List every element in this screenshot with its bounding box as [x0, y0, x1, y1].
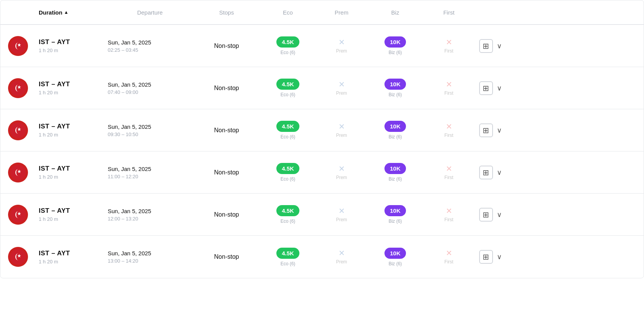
departure-info: Sun, Jan 5, 2025 11:00 – 12:20	[108, 166, 192, 179]
biz-label: Biz (6)	[389, 219, 402, 224]
expand-button[interactable]: ∨	[495, 125, 503, 136]
flight-route: IST – AYT	[39, 81, 108, 88]
prem-label: Prem	[336, 175, 347, 180]
add-button[interactable]: ⊞	[479, 250, 493, 264]
flight-duration: 1 h 20 m	[39, 132, 108, 138]
departure-info: Sun, Jan 5, 2025 07:40 – 09:00	[108, 81, 192, 95]
eco-label: Eco (6)	[281, 176, 296, 182]
add-button[interactable]: ⊞	[479, 166, 493, 179]
first-cell: ✕ First	[422, 81, 476, 96]
biz-badge: 10K	[384, 121, 406, 132]
flight-duration: 1 h 20 m	[39, 174, 108, 180]
add-button[interactable]: ⊞	[479, 123, 493, 137]
biz-cell: 10K Biz (6)	[368, 36, 422, 55]
table-row: IST – AYT 1 h 20 m Sun, Jan 5, 2025 12:0…	[0, 194, 644, 236]
eco-cell: 4.5K Eco (6)	[261, 163, 315, 182]
prem-cell: ✕ Prem	[315, 81, 368, 96]
table-row: IST – AYT 1 h 20 m Sun, Jan 5, 2025 07:4…	[0, 67, 644, 109]
add-button[interactable]: ⊞	[479, 208, 493, 222]
biz-label: Biz (6)	[389, 92, 402, 97]
actions-cell: ⊞ ∨	[476, 39, 506, 53]
first-unavailable-icon: ✕	[446, 81, 452, 88]
biz-label: Biz (6)	[389, 50, 402, 55]
expand-button[interactable]: ∨	[495, 40, 503, 52]
flight-route: IST – AYT	[39, 123, 108, 130]
svg-point-0	[10, 38, 26, 54]
table-row: IST – AYT 1 h 20 m Sun, Jan 5, 2025 13:0…	[0, 236, 644, 278]
flight-info: IST – AYT 1 h 20 m	[39, 38, 108, 53]
eco-cell: 4.5K Eco (6)	[261, 248, 315, 266]
biz-cell: 10K Biz (6)	[368, 79, 422, 97]
biz-badge: 10K	[384, 205, 406, 216]
biz-cell: 10K Biz (6)	[368, 248, 422, 266]
stops-cell: Non-stop	[192, 253, 261, 260]
airline-logo	[8, 36, 28, 56]
airline-logo	[8, 120, 28, 140]
departure-time: 11:00 – 12:20	[108, 174, 192, 179]
svg-point-2	[10, 81, 26, 96]
first-unavailable-icon: ✕	[446, 165, 452, 173]
prem-unavailable-icon: ✕	[338, 249, 345, 257]
flight-route: IST – AYT	[39, 207, 108, 215]
prem-cell: ✕ Prem	[315, 38, 368, 54]
biz-cell: 10K Biz (6)	[368, 121, 422, 140]
stops-cell: Non-stop	[192, 43, 261, 49]
flight-info: IST – AYT 1 h 20 m	[39, 207, 108, 222]
first-unavailable-icon: ✕	[446, 123, 452, 130]
svg-point-6	[10, 165, 26, 180]
biz-label: Biz (6)	[389, 176, 402, 182]
eco-label: Eco (6)	[281, 92, 296, 97]
eco-cell: 4.5K Eco (6)	[261, 121, 315, 140]
eco-cell: 4.5K Eco (6)	[261, 36, 315, 55]
biz-badge: 10K	[384, 79, 406, 90]
prem-cell: ✕ Prem	[315, 165, 368, 180]
flight-info: IST – AYT 1 h 20 m	[39, 81, 108, 95]
prem-cell: ✕ Prem	[315, 249, 368, 265]
airline-logo	[8, 78, 28, 98]
table-row: IST – AYT 1 h 20 m Sun, Jan 5, 2025 11:0…	[0, 151, 644, 194]
first-label: First	[444, 217, 453, 222]
first-unavailable-icon: ✕	[446, 249, 452, 257]
first-label: First	[444, 48, 453, 54]
flight-duration: 1 h 20 m	[39, 216, 108, 222]
departure-date: Sun, Jan 5, 2025	[108, 123, 192, 130]
expand-button[interactable]: ∨	[495, 209, 503, 220]
biz-cell: 10K Biz (6)	[368, 163, 422, 182]
prem-unavailable-icon: ✕	[338, 207, 345, 215]
prem-cell: ✕ Prem	[315, 207, 368, 222]
add-button[interactable]: ⊞	[479, 39, 493, 53]
stops-cell: Non-stop	[192, 85, 261, 92]
departure-info: Sun, Jan 5, 2025 09:30 – 10:50	[108, 123, 192, 137]
departure-date: Sun, Jan 5, 2025	[108, 81, 192, 88]
expand-button[interactable]: ∨	[495, 82, 503, 94]
actions-cell: ⊞ ∨	[476, 166, 506, 179]
first-cell: ✕ First	[422, 249, 476, 265]
header-duration[interactable]: Duration ▲	[39, 9, 108, 16]
expand-button[interactable]: ∨	[495, 167, 503, 178]
flights-table: Duration ▲ Departure Stops Eco Prem Biz …	[0, 0, 644, 278]
departure-time: 12:00 – 13:20	[108, 216, 192, 222]
flight-info: IST – AYT 1 h 20 m	[39, 250, 108, 265]
add-button[interactable]: ⊞	[479, 81, 493, 95]
duration-label: Duration	[39, 9, 62, 16]
eco-badge: 4.5K	[276, 36, 299, 48]
first-label: First	[444, 259, 453, 265]
flights-body: IST – AYT 1 h 20 m Sun, Jan 5, 2025 02:2…	[0, 25, 644, 278]
eco-badge: 4.5K	[276, 121, 299, 132]
expand-button[interactable]: ∨	[495, 251, 503, 263]
first-cell: ✕ First	[422, 207, 476, 222]
first-cell: ✕ First	[422, 165, 476, 180]
eco-badge: 4.5K	[276, 248, 299, 259]
flight-duration: 1 h 20 m	[39, 259, 108, 265]
svg-point-10	[10, 249, 26, 265]
prem-unavailable-icon: ✕	[338, 38, 345, 46]
flight-route: IST – AYT	[39, 250, 108, 257]
departure-time: 02:25 – 03:45	[108, 47, 192, 53]
stops-cell: Non-stop	[192, 211, 261, 218]
prem-label: Prem	[336, 259, 347, 265]
departure-date: Sun, Jan 5, 2025	[108, 166, 192, 172]
departure-date: Sun, Jan 5, 2025	[108, 250, 192, 256]
eco-label: Eco (6)	[281, 261, 296, 266]
first-label: First	[444, 90, 453, 96]
flight-route: IST – AYT	[39, 165, 108, 173]
